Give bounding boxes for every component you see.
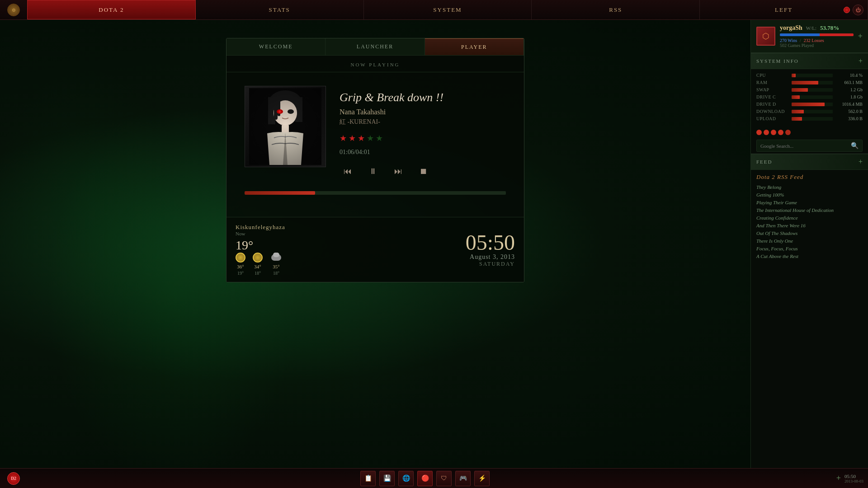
bottom-bar: D2 📋 💾 🌐 🔴 🛡 🎮 ⚡ + 05:50 2013-08-03 [0,468,868,488]
search-button[interactable]: 🔍 [851,142,859,150]
sys-row-swap: Swap 1.2 Gb [756,87,863,92]
taskbar-icon-4[interactable]: 🔴 [417,471,433,486]
taskbar-date: 2013-08-03 [844,479,863,483]
pause-button[interactable]: ⏸ [365,163,381,179]
taskbar-dota-logo[interactable]: D2 [7,472,20,485]
next-button[interactable]: ⏭ [390,163,406,179]
player-controls: ⏮ ⏸ ⏭ ⏹ [340,163,506,179]
subtab-welcome[interactable]: Welcome [226,38,326,55]
stop-button[interactable]: ⏹ [415,163,432,179]
top-bar: ⚙ Dota 2 Stats System RSS Left ⏻ [0,0,868,20]
weather-forecasts: 36° 19° 34° 18° [236,253,285,276]
progress-bar[interactable] [245,191,506,195]
sys-bar-cpu-bg [792,74,833,77]
feed-header: Feed + [751,154,868,170]
feed-item-9[interactable]: Focus, Focus, Focus [756,246,863,251]
feed-item-3[interactable]: Playing Their Game [756,200,863,205]
color-dot-5 [785,130,791,135]
losses-bar [820,33,854,36]
now-playing-label: Now Playing [226,56,524,72]
progress-fill [245,191,315,195]
weather-right: 05:50 August 3, 2013 Saturday [466,232,515,267]
prev-button[interactable]: ⏮ [340,163,356,179]
tab-system[interactable]: System [364,0,532,19]
album-art-inner [245,86,326,167]
star-2[interactable]: ★ [349,133,356,143]
taskbar-icons: 📋 💾 🌐 🔴 🛡 🎮 ⚡ [27,471,823,486]
tab-stats[interactable]: Stats [196,0,364,19]
weather-icon-1 [236,253,245,263]
sys-value-cpu: 10.4 % [835,73,863,78]
feed-item-10[interactable]: A Cut Above the Rest [756,253,863,259]
sys-label-upload: Upload [756,116,789,121]
taskbar-icon-3[interactable]: 🌐 [398,471,414,486]
system-info-add-button[interactable]: + [859,57,863,65]
sys-value-drivec: 1.8 Gb [835,94,863,99]
star-rating[interactable]: ★ ★ ★ ★ ★ [340,133,506,143]
profile-add-button[interactable]: + [858,32,863,41]
profile-stats-text: 270 Wins / 232 Losses [780,38,854,43]
weather-temp-current: 19° [236,238,285,253]
sys-bar-drivec-fill [792,95,800,99]
weather-high-2: 34° [254,264,261,269]
feed-item-5[interactable]: Creating Confidence [756,215,863,221]
taskbar-time: 05:50 2013-08-03 [844,474,863,483]
games-played-label: 502 Games Played [780,43,854,48]
tab-dota2[interactable]: Dota 2 [27,0,196,19]
tab-rss[interactable]: RSS [532,0,700,19]
sys-row-upload: Upload 336.0 B [756,116,863,121]
sys-label-cpu: CPU [756,73,789,78]
star-1[interactable]: ★ [340,133,347,143]
taskbar-icon-7[interactable]: ⚡ [474,471,490,486]
profile-wl-bar [780,33,854,36]
weather-day-3: 35° 18° [270,253,283,276]
taskbar-icon-1[interactable]: 📋 [360,471,376,486]
sys-value-ram: 663.1 MB [835,80,863,85]
color-dot-2 [764,130,769,135]
feed-item-4[interactable]: The International House of Dedication [756,207,863,213]
wins-bar [780,33,820,36]
sys-label-swap: Swap [756,87,789,92]
player-body: Grip & Break down !! Nana Takahashi 紅 -K… [226,72,524,217]
taskbar-add-button[interactable]: + [836,474,841,483]
taskbar-icon-6[interactable]: 🎮 [455,471,471,486]
feed-item-7[interactable]: Out Of The Shadows [756,230,863,236]
feed-title-label: Feed [756,159,773,164]
taskbar-icon-5[interactable]: 🛡 [436,471,452,486]
corner-top-left: ⚙ [0,0,27,20]
weather-high-3: 35° [273,264,279,269]
top-right-dot [844,7,850,13]
taskbar-icon-2[interactable]: 💾 [379,471,395,486]
subtab-player[interactable]: Player [425,38,524,55]
feed-item-6[interactable]: And Then There Were 16 [756,223,863,228]
search-input[interactable] [760,143,848,149]
star-5[interactable]: ★ [376,133,383,143]
sys-bar-download-fill [792,110,804,113]
wins-label: 270 Wins [780,38,797,43]
track-details: Grip & Break down !! Nana Takahashi 紅 -K… [340,86,506,179]
weather-condition: Now [236,231,285,236]
feed-section-title: Dota 2 RSS Feed [756,174,863,181]
sys-row-ram: RAM 663.1 MB [756,80,863,85]
sys-bar-upload-fill [792,117,802,121]
app-logo-icon: ⚙ [7,4,20,16]
track-album: 紅 -KURENAI- [340,118,506,126]
corner-top-right: ⏻ [832,0,868,20]
feed-item-8[interactable]: There Is Only One [756,238,863,244]
star-3[interactable]: ★ [358,133,365,143]
power-icon[interactable]: ⏻ [853,5,863,15]
weather-low-3: 18° [273,271,279,276]
star-4[interactable]: ★ [367,133,374,143]
feed-item-1[interactable]: They Belong [756,184,863,190]
taskbar-left: D2 [0,472,27,485]
album-art [245,86,326,167]
feed-add-button[interactable]: + [859,158,863,166]
track-time: 01:06/04:01 [340,149,506,156]
weather-high-1: 36° [237,264,244,269]
weather-section: Kiskunfelegyhaza Now 19° 36° 19° [226,217,524,282]
sys-row-drived: Drive D 1016.4 MB [756,102,863,107]
subtab-launcher[interactable]: Launcher [326,38,425,55]
feed-item-2[interactable]: Getting 100% [756,192,863,197]
weather-low-2: 18° [255,271,261,276]
sys-row-download: Download 562.0 B [756,109,863,114]
